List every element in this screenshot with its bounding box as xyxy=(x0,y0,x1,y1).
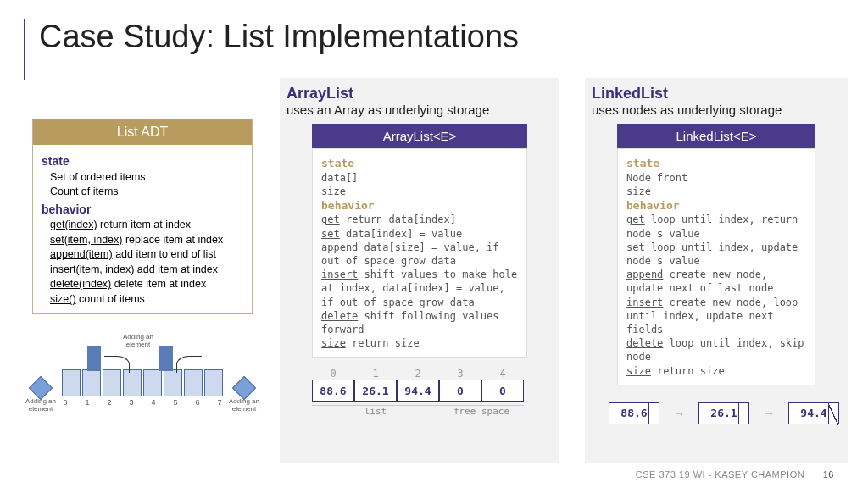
diagram-indices: 0 1 2 3 4 5 6 7 xyxy=(24,398,261,407)
diagram-label-adding-left: Adding an element xyxy=(24,398,58,413)
op-line: delete shift following values forward xyxy=(321,309,518,336)
list-adt-header: List ADT xyxy=(33,119,252,145)
state-line: Node front xyxy=(626,171,806,185)
diagram-cell xyxy=(184,369,203,396)
array-label-row: list free space xyxy=(312,405,553,417)
array-cell: 26.1 xyxy=(354,380,397,402)
diagram-cell xyxy=(62,369,81,396)
arrow-down-icon xyxy=(87,346,101,371)
state-line: size xyxy=(321,185,518,198)
curve-arrow-icon xyxy=(104,356,130,373)
page-title: Case Study: List Implementations xyxy=(39,19,519,55)
array-index-row: 0 1 2 3 4 xyxy=(312,368,553,380)
diagram-cell xyxy=(123,369,142,396)
array-cell: 88.6 xyxy=(312,380,354,402)
accent-bar xyxy=(24,19,25,80)
curve-arrow-icon xyxy=(176,356,202,373)
list-adt-body: state Set of ordered items Count of item… xyxy=(33,145,252,313)
behavior-label: behavior xyxy=(42,202,243,219)
op-line: get loop until index, return node's valu… xyxy=(626,213,806,240)
state-line: Count of items xyxy=(50,185,243,200)
linkedlist-column: LinkedList uses nodes as underlying stor… xyxy=(585,78,848,463)
diagram-cell xyxy=(82,369,101,396)
ll-node: 94.4 xyxy=(788,402,839,424)
diagram-label-adding-top: Adding an element xyxy=(117,334,159,349)
state-line: size xyxy=(626,185,806,198)
op-line: size return size xyxy=(321,336,518,350)
free-space-label: free space xyxy=(439,405,524,417)
linkedlist-panel: LinkedList<E> state Node front size beha… xyxy=(592,124,841,385)
arraylist-panel-body: state data[] size behavior get return da… xyxy=(312,148,527,358)
state-line: data[] xyxy=(321,171,518,185)
op-line: size return size xyxy=(626,364,806,378)
state-line: Set of ordered items xyxy=(50,170,243,186)
arraylist-title: ArrayList xyxy=(287,85,553,103)
op-line: get return data[index] xyxy=(321,213,518,226)
diagram-cell xyxy=(103,369,121,396)
op-line: append create new node, update next of l… xyxy=(626,268,806,295)
op-line: set loop until index, update node's valu… xyxy=(626,241,806,268)
behavior-line: get(index) return item at index xyxy=(50,218,243,233)
linkedlist-title: LinkedList xyxy=(592,85,841,103)
arrow-icon: → xyxy=(673,407,685,420)
state-label: state xyxy=(321,156,518,171)
op-line: set data[index] = value xyxy=(321,227,518,241)
linkedlist-subtitle: uses nodes as underlying storage xyxy=(592,103,841,117)
state-label: state xyxy=(42,153,243,170)
arraylist-panel: ArrayList<E> state data[] size behavior … xyxy=(287,124,553,358)
diagram-cell xyxy=(204,369,223,396)
linkedlist-panel-body: state Node front size behavior get loop … xyxy=(617,148,815,385)
diagram-cell xyxy=(164,369,182,396)
arraylist-subtitle: uses an Array as underlying storage xyxy=(287,103,553,117)
behavior-line: append(item) add item to end of list xyxy=(50,247,243,263)
linkedlist-panel-header: LinkedList<E> xyxy=(617,124,815,148)
state-label: state xyxy=(626,156,806,171)
linkedlist-nodes: 88.6 → 26.1 → 94.4 xyxy=(609,402,841,424)
list-adt-column: List ADT state Set of ordered items Coun… xyxy=(32,119,253,314)
behavior-line: delete(index) delete item at index xyxy=(50,277,243,292)
arrow-icon: → xyxy=(763,407,775,420)
arraylist-column: ArrayList uses an Array as underlying st… xyxy=(280,78,559,463)
array-cell: 0 xyxy=(439,380,481,402)
array-cell: 94.4 xyxy=(397,380,439,402)
op-line: insert shift values to make hole at inde… xyxy=(321,268,518,309)
behavior-line: size() count of items xyxy=(50,292,243,308)
behavior-label: behavior xyxy=(321,198,518,214)
ll-node: 26.1 xyxy=(698,402,749,424)
ll-node: 88.6 xyxy=(609,402,659,424)
array-insert-diagram: Adding an element Adding an element Addi… xyxy=(24,339,261,407)
arrow-down-icon xyxy=(159,346,173,371)
list-label: list xyxy=(312,405,439,417)
diagram-cells xyxy=(24,369,261,396)
diagram-cell xyxy=(143,369,162,396)
arraylist-panel-header: ArrayList<E> xyxy=(312,124,527,148)
course-code: CSE 373 19 WI - KASEY CHAMPION xyxy=(636,469,804,480)
array-cells: 88.6 26.1 94.4 0 0 xyxy=(312,380,553,402)
op-line: delete loop until index, skip node xyxy=(626,336,806,363)
behavior-label: behavior xyxy=(626,198,806,214)
array-cell: 0 xyxy=(481,380,524,402)
diagram-label-adding-right: Adding an element xyxy=(227,398,261,413)
behavior-line: insert(item, index) add item at index xyxy=(50,263,243,278)
page-number: 16 xyxy=(823,469,834,480)
op-line: append data[size] = value, if out of spa… xyxy=(321,241,518,268)
op-line: insert create new node, loop until index… xyxy=(626,296,806,337)
slide-footer: CSE 373 19 WI - KASEY CHAMPION 16 xyxy=(636,469,834,480)
behavior-line: set(item, index) replace item at index xyxy=(50,233,243,248)
list-adt-box: List ADT state Set of ordered items Coun… xyxy=(32,119,253,314)
